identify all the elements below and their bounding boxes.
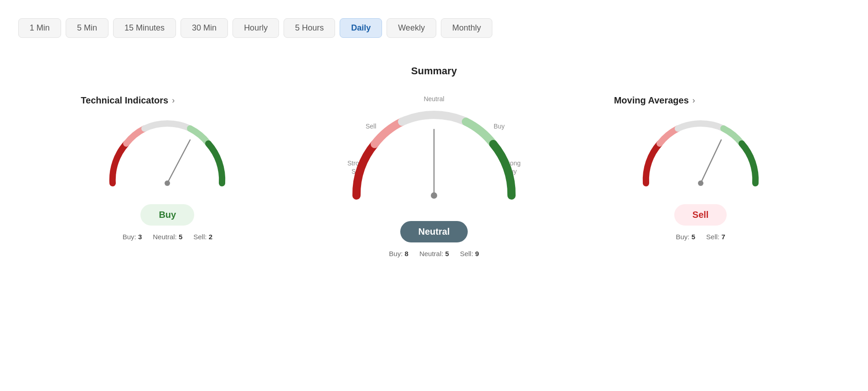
gauges-row: Technical Indicators › Buy (18, 95, 850, 257)
summary-stats: Buy: 8 Neutral: 5 Sell: 9 (389, 250, 479, 257)
moving-averages-label: Moving Averages (614, 95, 689, 106)
time-btn-monthly[interactable]: Monthly (441, 18, 492, 38)
moving-badge: Sell (674, 204, 727, 226)
moving-stats: Buy: 5 Sell: 7 (676, 233, 725, 241)
svg-line-4 (701, 140, 721, 183)
technical-indicators-gauge (99, 115, 236, 197)
moving-sell-label: Sell: 7 (706, 233, 725, 241)
technical-neutral-label: Neutral: 5 (153, 233, 182, 241)
technical-stats: Buy: 3 Neutral: 5 Sell: 2 (123, 233, 212, 241)
technical-indicators-panel: Technical Indicators › Buy (81, 95, 254, 241)
technical-badge: Buy (140, 204, 194, 226)
summary-buy-label: Buy: 8 (389, 250, 408, 257)
summary-center-panel: Neutral Sell Buy StrongSell StrongBuy (325, 95, 543, 257)
time-btn-5min[interactable]: 5 Min (66, 18, 108, 38)
summary-badge: Neutral (400, 221, 468, 242)
technical-indicators-header[interactable]: Technical Indicators › (81, 95, 175, 106)
svg-point-1 (165, 180, 170, 186)
summary-sell-label: Sell: 9 (460, 250, 479, 257)
technical-indicators-label: Technical Indicators (81, 95, 168, 106)
moving-averages-gauge (632, 115, 769, 197)
moving-averages-panel: Moving Averages › Sell Buy: 5 (614, 95, 787, 241)
moving-averages-chevron-icon: › (692, 96, 695, 105)
svg-point-3 (431, 192, 437, 199)
time-btn-5hours[interactable]: 5 Hours (284, 18, 335, 38)
summary-title: Summary (18, 65, 850, 77)
time-btn-30min[interactable]: 30 Min (181, 18, 228, 38)
moving-buy-label: Buy: 5 (676, 233, 696, 241)
time-filter-bar: 1 Min 5 Min 15 Minutes 30 Min Hourly 5 H… (18, 14, 850, 42)
technical-sell-label: Sell: 2 (193, 233, 212, 241)
label-neutral: Neutral (424, 95, 444, 103)
technical-indicators-chevron-icon: › (172, 96, 175, 105)
svg-line-0 (167, 140, 190, 183)
time-btn-1min[interactable]: 1 Min (18, 18, 61, 38)
summary-neutral-label: Neutral: 5 (419, 250, 449, 257)
summary-gauge-container: Neutral Sell Buy StrongSell StrongBuy (338, 95, 530, 214)
svg-point-5 (698, 180, 703, 186)
moving-averages-header[interactable]: Moving Averages › (614, 95, 695, 106)
time-btn-hourly[interactable]: Hourly (232, 18, 279, 38)
time-btn-15min[interactable]: 15 Minutes (113, 18, 176, 38)
technical-buy-label: Buy: 3 (123, 233, 142, 241)
time-btn-daily[interactable]: Daily (340, 18, 382, 38)
time-btn-weekly[interactable]: Weekly (387, 18, 436, 38)
